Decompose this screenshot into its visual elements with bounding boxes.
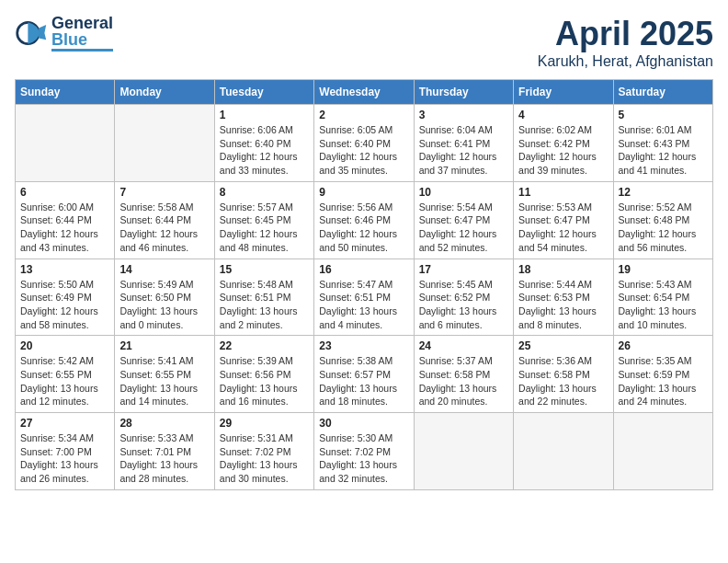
day-number: 23 bbox=[319, 339, 408, 352]
col-friday: Friday bbox=[514, 80, 613, 105]
calendar-cell: 14Sunrise: 5:49 AMSunset: 6:50 PMDayligh… bbox=[115, 259, 214, 336]
calendar-cell: 16Sunrise: 5:47 AMSunset: 6:51 PMDayligh… bbox=[314, 259, 414, 336]
day-info: Sunrise: 6:04 AMSunset: 6:41 PMDaylight:… bbox=[419, 123, 508, 178]
header: General Blue April 2025 Karukh, Herat, A… bbox=[15, 15, 713, 70]
day-info: Sunrise: 5:39 AMSunset: 6:56 PMDaylight:… bbox=[220, 354, 309, 408]
day-info: Sunrise: 6:06 AMSunset: 6:40 PMDaylight:… bbox=[220, 123, 309, 178]
day-number: 11 bbox=[518, 186, 608, 199]
day-number: 15 bbox=[220, 263, 309, 276]
day-number: 19 bbox=[619, 263, 708, 276]
calendar-cell: 30Sunrise: 5:30 AMSunset: 7:02 PMDayligh… bbox=[314, 413, 414, 490]
logo: General Blue bbox=[15, 15, 113, 52]
day-number: 22 bbox=[220, 339, 309, 352]
calendar-cell: 7Sunrise: 5:58 AMSunset: 6:44 PMDaylight… bbox=[115, 181, 214, 259]
day-info: Sunrise: 5:36 AMSunset: 6:58 PMDaylight:… bbox=[518, 354, 608, 408]
day-number: 26 bbox=[619, 339, 708, 352]
day-number: 18 bbox=[518, 263, 608, 276]
calendar-cell: 25Sunrise: 5:36 AMSunset: 6:58 PMDayligh… bbox=[514, 336, 613, 413]
calendar-week-4: 20Sunrise: 5:42 AMSunset: 6:55 PMDayligh… bbox=[16, 336, 713, 413]
day-info: Sunrise: 5:50 AMSunset: 6:49 PMDaylight:… bbox=[20, 278, 109, 332]
calendar-cell: 27Sunrise: 5:34 AMSunset: 7:00 PMDayligh… bbox=[16, 413, 115, 490]
day-number: 16 bbox=[319, 263, 408, 276]
day-info: Sunrise: 5:45 AMSunset: 6:52 PMDaylight:… bbox=[419, 278, 508, 332]
day-info: Sunrise: 5:34 AMSunset: 7:00 PMDaylight:… bbox=[20, 431, 109, 486]
calendar-cell bbox=[414, 413, 513, 490]
day-number: 29 bbox=[220, 417, 309, 430]
day-number: 28 bbox=[119, 417, 209, 430]
day-number: 21 bbox=[119, 339, 209, 352]
day-info: Sunrise: 5:52 AMSunset: 6:48 PMDaylight:… bbox=[619, 201, 708, 255]
day-number: 27 bbox=[20, 417, 109, 430]
day-number: 17 bbox=[419, 263, 508, 276]
day-info: Sunrise: 6:02 AMSunset: 6:42 PMDaylight:… bbox=[518, 123, 608, 178]
day-number: 12 bbox=[619, 186, 708, 199]
page-title: April 2025 bbox=[538, 15, 713, 53]
page-subtitle: Karukh, Herat, Afghanistan bbox=[538, 53, 713, 70]
day-number: 20 bbox=[20, 339, 109, 352]
day-number: 3 bbox=[419, 109, 508, 121]
calendar-cell bbox=[613, 413, 712, 490]
day-info: Sunrise: 6:05 AMSunset: 6:40 PMDaylight:… bbox=[319, 123, 408, 178]
logo-blue-text: Blue bbox=[51, 31, 113, 48]
col-wednesday: Wednesday bbox=[314, 80, 414, 105]
day-info: Sunrise: 5:31 AMSunset: 7:02 PMDaylight:… bbox=[220, 431, 309, 486]
calendar-cell: 17Sunrise: 5:45 AMSunset: 6:52 PMDayligh… bbox=[414, 259, 513, 336]
day-number: 6 bbox=[20, 186, 109, 199]
day-info: Sunrise: 5:37 AMSunset: 6:58 PMDaylight:… bbox=[419, 354, 508, 408]
day-number: 9 bbox=[319, 186, 408, 199]
day-info: Sunrise: 5:41 AMSunset: 6:55 PMDaylight:… bbox=[119, 354, 209, 408]
calendar-cell: 1Sunrise: 6:06 AMSunset: 6:40 PMDaylight… bbox=[214, 105, 313, 182]
day-info: Sunrise: 5:48 AMSunset: 6:51 PMDaylight:… bbox=[220, 278, 309, 332]
calendar-cell: 12Sunrise: 5:52 AMSunset: 6:48 PMDayligh… bbox=[613, 181, 712, 259]
day-number: 2 bbox=[319, 109, 408, 121]
calendar-cell: 26Sunrise: 5:35 AMSunset: 6:59 PMDayligh… bbox=[613, 336, 712, 413]
day-info: Sunrise: 5:54 AMSunset: 6:47 PMDaylight:… bbox=[419, 201, 508, 255]
day-info: Sunrise: 5:33 AMSunset: 7:01 PMDaylight:… bbox=[119, 431, 209, 486]
col-monday: Monday bbox=[115, 80, 214, 105]
logo-underline bbox=[51, 49, 113, 52]
col-tuesday: Tuesday bbox=[214, 80, 313, 105]
calendar-cell: 13Sunrise: 5:50 AMSunset: 6:49 PMDayligh… bbox=[16, 259, 115, 336]
calendar-cell: 8Sunrise: 5:57 AMSunset: 6:45 PMDaylight… bbox=[214, 181, 313, 259]
calendar-week-3: 13Sunrise: 5:50 AMSunset: 6:49 PMDayligh… bbox=[16, 259, 713, 336]
day-number: 5 bbox=[619, 109, 708, 121]
calendar-cell: 6Sunrise: 6:00 AMSunset: 6:44 PMDaylight… bbox=[16, 181, 115, 259]
day-info: Sunrise: 5:38 AMSunset: 6:57 PMDaylight:… bbox=[319, 354, 408, 408]
day-info: Sunrise: 5:58 AMSunset: 6:44 PMDaylight:… bbox=[119, 201, 209, 255]
col-saturday: Saturday bbox=[613, 80, 712, 105]
calendar-cell: 23Sunrise: 5:38 AMSunset: 6:57 PMDayligh… bbox=[314, 336, 414, 413]
day-info: Sunrise: 5:42 AMSunset: 6:55 PMDaylight:… bbox=[20, 354, 109, 408]
calendar-cell: 29Sunrise: 5:31 AMSunset: 7:02 PMDayligh… bbox=[214, 413, 313, 490]
day-info: Sunrise: 5:49 AMSunset: 6:50 PMDaylight:… bbox=[119, 278, 209, 332]
calendar-week-1: 1Sunrise: 6:06 AMSunset: 6:40 PMDaylight… bbox=[16, 105, 713, 182]
day-number: 25 bbox=[518, 339, 608, 352]
calendar-cell: 18Sunrise: 5:44 AMSunset: 6:53 PMDayligh… bbox=[514, 259, 613, 336]
col-sunday: Sunday bbox=[16, 80, 115, 105]
day-number: 1 bbox=[220, 109, 309, 121]
calendar-cell: 10Sunrise: 5:54 AMSunset: 6:47 PMDayligh… bbox=[414, 181, 513, 259]
calendar-cell: 22Sunrise: 5:39 AMSunset: 6:56 PMDayligh… bbox=[214, 336, 313, 413]
title-area: April 2025 Karukh, Herat, Afghanistan bbox=[538, 15, 713, 70]
day-number: 10 bbox=[419, 186, 508, 199]
calendar-body: 1Sunrise: 6:06 AMSunset: 6:40 PMDaylight… bbox=[16, 105, 713, 490]
day-number: 4 bbox=[518, 109, 608, 121]
calendar-cell: 4Sunrise: 6:02 AMSunset: 6:42 PMDaylight… bbox=[514, 105, 613, 182]
day-number: 7 bbox=[119, 186, 209, 199]
day-number: 24 bbox=[419, 339, 508, 352]
logo-name: General Blue bbox=[51, 15, 113, 52]
day-info: Sunrise: 5:43 AMSunset: 6:54 PMDaylight:… bbox=[619, 278, 708, 332]
day-info: Sunrise: 5:57 AMSunset: 6:45 PMDaylight:… bbox=[220, 201, 309, 255]
day-info: Sunrise: 5:47 AMSunset: 6:51 PMDaylight:… bbox=[319, 278, 408, 332]
calendar-cell bbox=[16, 105, 115, 182]
calendar-cell: 20Sunrise: 5:42 AMSunset: 6:55 PMDayligh… bbox=[16, 336, 115, 413]
day-info: Sunrise: 5:30 AMSunset: 7:02 PMDaylight:… bbox=[319, 431, 408, 486]
calendar-week-5: 27Sunrise: 5:34 AMSunset: 7:00 PMDayligh… bbox=[16, 413, 713, 490]
day-info: Sunrise: 6:01 AMSunset: 6:43 PMDaylight:… bbox=[619, 123, 708, 178]
calendar-cell: 19Sunrise: 5:43 AMSunset: 6:54 PMDayligh… bbox=[613, 259, 712, 336]
calendar-header: Sunday Monday Tuesday Wednesday Thursday… bbox=[16, 80, 713, 105]
day-info: Sunrise: 5:53 AMSunset: 6:47 PMDaylight:… bbox=[518, 201, 608, 255]
day-info: Sunrise: 6:00 AMSunset: 6:44 PMDaylight:… bbox=[20, 201, 109, 255]
col-thursday: Thursday bbox=[414, 80, 513, 105]
day-number: 30 bbox=[319, 417, 408, 430]
header-row: Sunday Monday Tuesday Wednesday Thursday… bbox=[16, 80, 713, 105]
